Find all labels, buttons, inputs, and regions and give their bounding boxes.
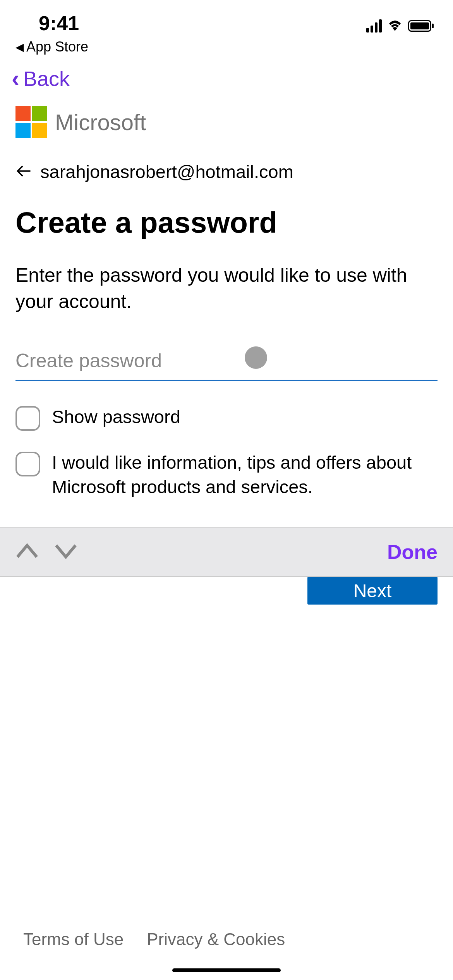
show-password-label: Show password [52,404,180,429]
next-field-button[interactable] [54,543,77,561]
chevron-left-icon: ‹ [12,67,19,90]
account-email-back[interactable]: sarahjonasrobert@hotmail.com [15,161,438,182]
page-subtitle: Enter the password you would like to use… [15,262,438,315]
back-label: Back [23,67,70,91]
marketing-optin-label: I would like information, tips and offer… [52,450,438,499]
wifi-icon [387,19,403,33]
marketing-optin-row[interactable]: I would like information, tips and offer… [15,450,438,499]
microsoft-logo-icon [15,106,47,138]
battery-icon [408,20,434,32]
page-title: Create a password [15,206,438,239]
status-bar: 9:41 [0,0,453,39]
account-email: sarahjonasrobert@hotmail.com [40,161,293,182]
next-button[interactable]: Next [307,577,438,605]
footer-links: Terms of Use Privacy & Cookies [23,930,285,949]
breadcrumb-arrow-icon: ◀ [15,41,24,53]
microsoft-brand: Microsoft [15,106,438,138]
nav-back-button[interactable]: ‹ Back [0,59,453,106]
password-input[interactable] [15,342,438,381]
status-time: 9:41 [39,12,79,35]
password-field-wrap [15,342,438,381]
breadcrumb-label: App Store [26,39,88,55]
show-password-checkbox[interactable] [15,406,40,431]
cellular-signal-icon [366,19,382,33]
prev-field-button[interactable] [15,543,39,561]
keyboard-done-button[interactable]: Done [387,540,438,564]
terms-link[interactable]: Terms of Use [23,930,124,949]
show-password-row[interactable]: Show password [15,404,438,431]
text-cursor-indicator [245,346,267,369]
status-icons [366,12,434,33]
keyboard-accessory-bar: Done [0,527,453,577]
breadcrumb-app-store[interactable]: ◀ App Store [0,39,453,59]
home-indicator[interactable] [172,968,281,972]
microsoft-brand-text: Microsoft [55,109,146,135]
arrow-left-icon [15,163,33,181]
privacy-cookies-link[interactable]: Privacy & Cookies [147,930,285,949]
marketing-optin-checkbox[interactable] [15,452,40,476]
